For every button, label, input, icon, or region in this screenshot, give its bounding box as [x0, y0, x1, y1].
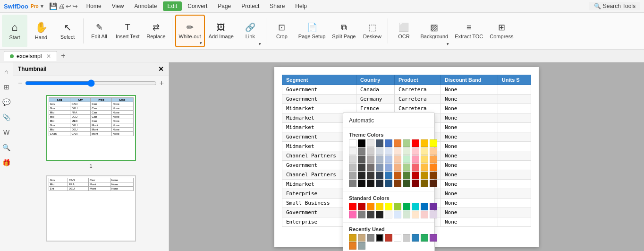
- recent-color-cell[interactable]: [376, 234, 383, 242]
- standard-color-cell[interactable]: [412, 203, 419, 210]
- left-comment-icon[interactable]: 💬: [1, 96, 12, 108]
- zoom-in-button[interactable]: +: [160, 79, 164, 87]
- theme-color-cell[interactable]: [376, 147, 383, 155]
- standard-color-cell[interactable]: [403, 203, 410, 210]
- theme-color-cell[interactable]: [367, 147, 374, 155]
- theme-color-cell[interactable]: [358, 172, 365, 179]
- theme-color-cell[interactable]: [349, 180, 356, 187]
- theme-color-cell[interactable]: [349, 147, 356, 155]
- left-grid-icon[interactable]: ⊞: [1, 81, 12, 93]
- standard-color-cell[interactable]: [376, 203, 383, 210]
- left-home-icon[interactable]: ⌂: [1, 66, 12, 78]
- recent-color-cell[interactable]: [358, 242, 365, 250]
- toolbar-link[interactable]: 🔗 Link ▾: [237, 15, 263, 47]
- standard-color-cell[interactable]: [403, 211, 410, 218]
- standard-color-cell[interactable]: [394, 203, 401, 210]
- theme-color-cell[interactable]: [358, 156, 365, 163]
- left-search-icon[interactable]: 🔍: [1, 142, 12, 153]
- redo-icon[interactable]: ↪: [72, 2, 78, 10]
- menu-home[interactable]: Home: [82, 1, 106, 11]
- standard-color-cell[interactable]: [376, 211, 383, 218]
- theme-color-cell[interactable]: [430, 180, 437, 187]
- recent-color-cell[interactable]: [367, 234, 374, 242]
- toolbar-compress[interactable]: ⊞ Compress: [487, 15, 516, 47]
- theme-color-cell[interactable]: [403, 180, 410, 187]
- toolbar-add-image[interactable]: 🖼 Add Image: [206, 15, 237, 47]
- theme-color-cell[interactable]: [412, 172, 419, 179]
- theme-color-cell[interactable]: [412, 180, 419, 187]
- left-attachment-icon[interactable]: 📎: [1, 112, 12, 123]
- recent-color-cell[interactable]: [403, 234, 410, 242]
- theme-color-cell[interactable]: [421, 172, 428, 179]
- menu-view[interactable]: View: [107, 1, 129, 11]
- theme-color-cell[interactable]: [421, 156, 428, 163]
- save-icon[interactable]: 💾: [49, 2, 57, 10]
- toolbar-select[interactable]: ↖ Select: [55, 15, 80, 47]
- toolbar-replace[interactable]: ⇄ Replace: [144, 15, 169, 47]
- recent-color-cell[interactable]: [358, 234, 365, 242]
- theme-color-cell[interactable]: [394, 147, 401, 155]
- thumbnail-1[interactable]: SegCtyProdDisc GovCANCarrNone GovDEUCarr…: [18, 95, 164, 169]
- menu-page[interactable]: Page: [213, 1, 236, 11]
- zoom-slider[interactable]: [25, 79, 156, 87]
- theme-color-cell[interactable]: [367, 180, 374, 187]
- recent-color-cell[interactable]: [421, 234, 428, 242]
- theme-color-cell[interactable]: [385, 156, 392, 163]
- theme-color-cell[interactable]: [385, 164, 392, 171]
- standard-color-cell[interactable]: [367, 211, 374, 218]
- thumbnail-2[interactable]: GovCANCarrNone MidFRAMontNone EntDEUMont…: [18, 169, 164, 242]
- theme-color-cell[interactable]: [421, 139, 428, 147]
- theme-color-cell[interactable]: [349, 156, 356, 163]
- theme-color-cell[interactable]: [394, 139, 401, 147]
- standard-color-cell[interactable]: [421, 211, 428, 218]
- theme-color-cell[interactable]: [349, 164, 356, 171]
- standard-color-cell[interactable]: [430, 211, 437, 218]
- recent-color-cell[interactable]: [430, 234, 437, 242]
- toolbar-ocr[interactable]: ⬜ OCR: [391, 15, 416, 47]
- theme-color-cell[interactable]: [403, 139, 410, 147]
- standard-color-cell[interactable]: [385, 211, 392, 218]
- tab-file[interactable]: excelsmpl ✕: [4, 51, 57, 61]
- toolbar-hand[interactable]: ✋ Hand: [28, 15, 54, 47]
- theme-color-cell[interactable]: [403, 147, 410, 155]
- theme-color-cell[interactable]: [358, 139, 365, 147]
- toolbar-start[interactable]: ⌂ Start: [2, 15, 27, 47]
- recent-color-cell[interactable]: [394, 234, 401, 242]
- theme-color-cell[interactable]: [358, 180, 365, 187]
- standard-color-cell[interactable]: [421, 203, 428, 210]
- menu-annotate[interactable]: Annotate: [129, 1, 161, 11]
- menu-help[interactable]: Help: [290, 1, 312, 11]
- theme-color-cell[interactable]: [358, 164, 365, 171]
- theme-color-cell[interactable]: [430, 172, 437, 179]
- toolbar-crop[interactable]: ⊡ Crop: [269, 15, 295, 47]
- left-gift-icon[interactable]: 🎁: [1, 157, 12, 168]
- standard-color-cell[interactable]: [367, 203, 374, 210]
- zoom-out-button[interactable]: −: [18, 79, 22, 87]
- standard-color-cell[interactable]: [385, 203, 392, 210]
- theme-color-cell[interactable]: [403, 156, 410, 163]
- theme-color-cell[interactable]: [367, 139, 374, 147]
- theme-color-cell[interactable]: [421, 180, 428, 187]
- theme-color-cell[interactable]: [376, 180, 383, 187]
- theme-color-cell[interactable]: [367, 172, 374, 179]
- theme-color-cell[interactable]: [412, 139, 419, 147]
- recent-color-cell[interactable]: [385, 234, 392, 242]
- theme-color-cell[interactable]: [394, 172, 401, 179]
- recent-color-cell[interactable]: [349, 234, 356, 242]
- theme-color-cell[interactable]: [430, 164, 437, 171]
- standard-color-cell[interactable]: [349, 203, 356, 210]
- theme-color-cell[interactable]: [349, 172, 356, 179]
- theme-color-cell[interactable]: [349, 139, 356, 147]
- toolbar-deskew[interactable]: ⬚ Deskew: [359, 15, 385, 47]
- theme-color-cell[interactable]: [421, 147, 428, 155]
- toolbar-background[interactable]: ▨ Background ▾: [417, 15, 451, 47]
- tab-add-button[interactable]: +: [59, 52, 67, 60]
- standard-color-cell[interactable]: [412, 211, 419, 218]
- theme-color-cell[interactable]: [403, 164, 410, 171]
- search-tools-button[interactable]: 🔍 Search Tools: [589, 2, 640, 10]
- theme-color-cell[interactable]: [385, 139, 392, 147]
- menu-convert[interactable]: Convert: [183, 1, 212, 11]
- toolbar-page-setup[interactable]: 📄 Page Setup: [296, 15, 329, 47]
- standard-color-cell[interactable]: [358, 203, 365, 210]
- menu-edit[interactable]: Edit: [163, 1, 182, 11]
